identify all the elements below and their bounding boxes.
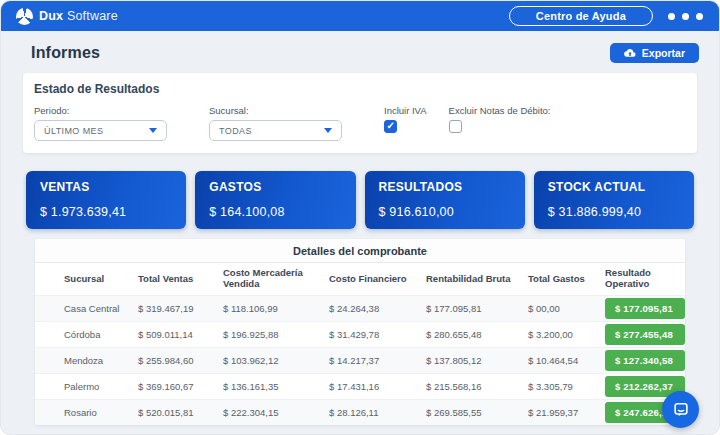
export-button[interactable]: Exportar <box>610 43 699 63</box>
page-title: Informes <box>31 44 100 62</box>
kpi-value: $ 1.973.639,41 <box>40 205 172 219</box>
cell-sucursal: Córdoba <box>64 329 138 340</box>
periodo-filter: Periodo: ÚLTIMO MES <box>34 105 167 141</box>
cell-total-gastos: $ 3.305,79 <box>528 381 605 392</box>
chat-bubble-icon <box>672 401 690 419</box>
sucursal-filter: Sucursal: TODAS <box>209 105 342 141</box>
table-row[interactable]: Mendoza $ 255.984,60 $ 103.962,12 $ 14.2… <box>35 347 685 373</box>
brand-name-bold: Dux <box>39 9 63 23</box>
kpi-value: $ 31.886.999,40 <box>548 205 680 219</box>
help-center-button[interactable]: Centro de Ayuda <box>509 6 653 26</box>
page-header: Informes Exportar <box>1 31 719 73</box>
periodo-label: Periodo: <box>34 105 167 116</box>
column-header: Rentabilidad Bruta <box>426 274 528 285</box>
excluir-nd-checkbox[interactable] <box>449 120 462 133</box>
cell-costo-financiero: $ 31.429,78 <box>329 329 426 340</box>
cell-cmv: $ 103.962,12 <box>223 355 329 366</box>
cell-rentabilidad: $ 177.095,81 <box>426 303 528 314</box>
table-body: Casa Central $ 319.467,19 $ 118.106,99 $… <box>35 295 685 425</box>
kpi-card-stock: STOCK ACTUAL $ 31.886.999,40 <box>534 171 694 229</box>
cell-total-ventas: $ 509.011,14 <box>138 329 223 340</box>
brand-logo: Dux Software <box>16 8 118 25</box>
filters-panel: Estado de Resultados Periodo: ÚLTIMO MES… <box>23 73 697 153</box>
kpi-label: STOCK ACTUAL <box>548 180 680 194</box>
cell-cmv: $ 136.161,35 <box>223 381 329 392</box>
cell-rentabilidad: $ 280.655,48 <box>426 329 528 340</box>
cell-cmv: $ 118.106,99 <box>223 303 329 314</box>
sucursal-value: TODAS <box>219 126 252 136</box>
column-header: Total Gastos <box>528 274 605 285</box>
kpi-card-gastos: GASTOS $ 164.100,08 <box>195 171 355 229</box>
cell-costo-financiero: $ 28.126,11 <box>329 407 426 418</box>
cell-sucursal: Mendoza <box>64 355 138 366</box>
chat-fab-button[interactable] <box>662 391 699 428</box>
chevron-down-icon <box>149 128 157 133</box>
export-button-label: Exportar <box>642 47 685 59</box>
details-table: Detalles del comprobante Sucursal Total … <box>35 239 685 425</box>
cell-rentabilidad: $ 137.805,12 <box>426 355 528 366</box>
cell-total-ventas: $ 369.160,67 <box>138 381 223 392</box>
section-title: Estado de Resultados <box>34 82 686 96</box>
cell-costo-financiero: $ 24.264,38 <box>329 303 426 314</box>
kpi-card-resultados: RESULTADOS $ 916.610,00 <box>365 171 525 229</box>
cell-total-gastos: $ 3.200,00 <box>528 329 605 340</box>
cell-cmv: $ 222.304,15 <box>223 407 329 418</box>
table-row[interactable]: Casa Central $ 319.467,19 $ 118.106,99 $… <box>35 295 685 321</box>
sucursal-label: Sucursal: <box>209 105 342 116</box>
cloud-upload-icon <box>624 48 636 58</box>
brand-name: Dux Software <box>39 9 118 23</box>
kpi-value: $ 916.610,00 <box>379 205 511 219</box>
excluir-nd-filter: Excluir Notas de Débito: <box>449 105 551 133</box>
cell-costo-financiero: $ 14.217,37 <box>329 355 426 366</box>
cell-total-gastos: $ 21.959,37 <box>528 407 605 418</box>
cell-total-ventas: $ 255.984,60 <box>138 355 223 366</box>
cell-costo-financiero: $ 17.431,16 <box>329 381 426 392</box>
table-row[interactable]: Córdoba $ 509.011,14 $ 196.925,88 $ 31.4… <box>35 321 685 347</box>
cell-rentabilidad: $ 215.568,16 <box>426 381 528 392</box>
app-window: Dux Software Centro de Ayuda Informes Ex… <box>0 0 720 435</box>
cell-total-ventas: $ 319.467,19 <box>138 303 223 314</box>
cell-total-gastos: $ 10.464,54 <box>528 355 605 366</box>
column-header: Total Ventas <box>138 274 223 285</box>
table-row[interactable]: Rosario $ 520.015,81 $ 222.304,15 $ 28.1… <box>35 399 685 425</box>
incluir-iva-label: Incluir IVA <box>384 105 427 116</box>
cell-resultado: $ 277.455,48 <box>605 322 685 347</box>
table-row[interactable]: Palermo $ 369.160,67 $ 136.161,35 $ 17.4… <box>35 373 685 399</box>
kpi-label: GASTOS <box>209 180 341 194</box>
result-badge: $ 277.455,48 <box>605 324 685 345</box>
topbar-right: Centro de Ayuda <box>509 6 703 26</box>
cell-resultado: $ 177.095,81 <box>605 296 685 321</box>
kpi-value: $ 164.100,08 <box>209 205 341 219</box>
cell-sucursal: Casa Central <box>64 303 138 314</box>
table-header-row: Sucursal Total Ventas Costo Mercadería V… <box>35 263 685 295</box>
column-header: Costo Financiero <box>329 274 426 285</box>
top-navbar: Dux Software Centro de Ayuda <box>1 1 719 31</box>
cell-sucursal: Palermo <box>64 381 138 392</box>
result-badge: $ 127.340,58 <box>605 350 685 371</box>
column-header: Resultado Operativo <box>605 268 685 290</box>
column-header: Costo Mercadería Vendida <box>223 268 329 290</box>
periodo-select[interactable]: ÚLTIMO MES <box>34 120 167 141</box>
result-badge: $ 177.095,81 <box>605 298 685 319</box>
table-title: Detalles del comprobante <box>35 239 685 263</box>
kpi-card-ventas: VENTAS $ 1.973.639,41 <box>26 171 186 229</box>
dux-logo-icon <box>16 8 33 25</box>
incluir-iva-filter: Incluir IVA <box>384 105 427 133</box>
excluir-nd-label: Excluir Notas de Débito: <box>449 105 551 116</box>
kpi-label: VENTAS <box>40 180 172 194</box>
kpi-cards-row: VENTAS $ 1.973.639,41 GASTOS $ 164.100,0… <box>26 171 694 229</box>
chevron-down-icon <box>324 128 332 133</box>
cell-cmv: $ 196.925,88 <box>223 329 329 340</box>
cell-total-ventas: $ 520.015,81 <box>138 407 223 418</box>
cell-sucursal: Rosario <box>64 407 138 418</box>
incluir-iva-checkbox[interactable] <box>384 120 397 133</box>
cell-rentabilidad: $ 269.585,55 <box>426 407 528 418</box>
menu-dots-icon[interactable] <box>668 13 703 20</box>
cell-resultado: $ 127.340,58 <box>605 348 685 373</box>
brand-name-light: Software <box>67 9 118 23</box>
cell-total-gastos: $ 00,00 <box>528 303 605 314</box>
filter-row: Periodo: ÚLTIMO MES Sucursal: TODAS Incl… <box>34 105 686 141</box>
column-header: Sucursal <box>64 274 138 285</box>
kpi-label: RESULTADOS <box>379 180 511 194</box>
sucursal-select[interactable]: TODAS <box>209 120 342 141</box>
